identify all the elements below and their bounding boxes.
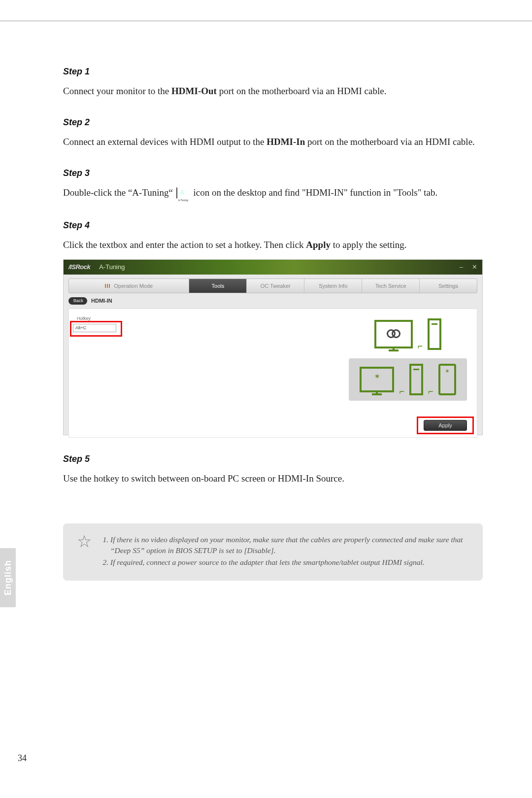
- step-1-pre: Connect your monitor to the: [63, 86, 171, 96]
- step-4-pre: Click the textbox and enter the action t…: [63, 240, 306, 250]
- tab-tech-label: Tech Service: [375, 283, 406, 289]
- tab-operation-mode-label: Operation Mode: [114, 283, 153, 289]
- star-icon: ☆: [77, 533, 92, 569]
- step-1-bold: HDMI-Out: [171, 86, 217, 96]
- step-2-title: Step 2: [63, 117, 483, 128]
- step-1-body: Connect your monitor to the HDMI-Out por…: [63, 84, 483, 99]
- atuning-icon-caption: A-Tuning: [176, 199, 190, 202]
- step-4-post: to apply the setting.: [331, 240, 407, 250]
- tab-system-info[interactable]: System Info: [304, 279, 362, 293]
- step-4-bold: Apply: [306, 240, 331, 250]
- cable-icon: ⌐: [399, 386, 404, 397]
- atuning-desktop-icon: A-Tuning: [176, 186, 190, 202]
- hotkey-input[interactable]: Alt+C: [73, 324, 116, 332]
- note-box: ☆ If there is no video displayed on your…: [63, 523, 483, 581]
- section-title: HDMI-IN: [91, 298, 112, 304]
- minimize-icon[interactable]: –: [460, 263, 463, 271]
- tab-tools[interactable]: Tools: [189, 279, 247, 293]
- app-title: A-Tuning: [99, 263, 125, 271]
- tab-operation-mode[interactable]: Operation Mode: [69, 279, 189, 293]
- tab-settings-label: Settings: [438, 283, 458, 289]
- step-3-body: Double-click the “A-Tuning“ A-Tuning ico…: [63, 185, 483, 202]
- step-1-post: port on the motherboard via an HDMI cabl…: [217, 86, 387, 96]
- pc-tower-icon: [409, 364, 423, 395]
- step-5-body: Use the hotkey to switch between on-boar…: [63, 471, 483, 486]
- tab-tech-service[interactable]: Tech Service: [362, 279, 420, 293]
- diagram-row-source: ✶ ⌐ ⌐ ✶: [349, 358, 467, 401]
- apply-button[interactable]: Apply: [424, 420, 467, 431]
- operation-mode-icon: [105, 284, 111, 288]
- note-2: If required, connect a power source to t…: [110, 557, 469, 568]
- page-top-rule: [0, 21, 532, 21]
- phone-tablet-icon: ✶: [438, 364, 456, 395]
- app-content: Hotkey Alt+C ⌐ ✶ ⌐ ⌐ ✶ Apply: [68, 309, 477, 438]
- step-4-title: Step 4: [63, 220, 483, 231]
- hdmi-diagram: ⌐ ✶ ⌐ ⌐ ✶: [349, 313, 467, 401]
- close-icon[interactable]: ✕: [472, 263, 477, 271]
- back-button[interactable]: Back: [68, 297, 87, 305]
- pc-tower-icon: [428, 318, 441, 350]
- step-3-post: icon on the desktop and find "HDMI-IN" f…: [194, 187, 438, 198]
- language-label: English: [3, 560, 13, 595]
- hotkey-label: Hotkey: [77, 316, 91, 321]
- diagram-row-pc: ⌐: [349, 313, 467, 355]
- tab-oc-tweaker[interactable]: OC Tweaker: [247, 279, 304, 293]
- page-number: 34: [18, 753, 27, 763]
- monitor-icon: [374, 320, 413, 348]
- language-tab: English: [0, 548, 16, 607]
- app-subheader: Back HDMI-IN: [68, 297, 477, 305]
- apply-highlight: Apply: [417, 416, 474, 434]
- step-2-pre: Connect an external devices with HDMI ou…: [63, 137, 266, 147]
- app-titlebar: /ISRock A-Tuning – ✕: [64, 260, 482, 275]
- step-2-post: port on the motherboard via an HDMI cabl…: [305, 137, 475, 147]
- step-3-pre: Double-click the “A-Tuning“: [63, 187, 175, 198]
- step-2-body: Connect an external devices with HDMI ou…: [63, 135, 483, 149]
- tab-tools-label: Tools: [212, 283, 225, 289]
- step-2-bold: HDMI-In: [266, 137, 305, 147]
- step-3-title: Step 3: [63, 168, 483, 178]
- cable-icon: ⌐: [418, 341, 423, 351]
- tab-sys-label: System Info: [319, 283, 347, 289]
- app-brand: /ISRock: [68, 263, 90, 271]
- cable-icon: ⌐: [428, 386, 433, 397]
- step-5-title: Step 5: [63, 454, 483, 464]
- step-1-title: Step 1: [63, 67, 483, 77]
- app-tabs: Operation Mode Tools OC Tweaker System I…: [68, 278, 477, 293]
- note-list: If there is no video displayed on your m…: [100, 534, 469, 569]
- tab-settings[interactable]: Settings: [420, 279, 477, 293]
- note-1: If there is no video displayed on your m…: [110, 534, 469, 556]
- atuning-app-window: /ISRock A-Tuning – ✕ Operation Mode Tool…: [63, 259, 483, 435]
- tab-oc-label: OC Tweaker: [261, 283, 291, 289]
- monitor-icon: ✶: [360, 367, 394, 392]
- step-4-body: Click the textbox and enter the action t…: [63, 238, 483, 252]
